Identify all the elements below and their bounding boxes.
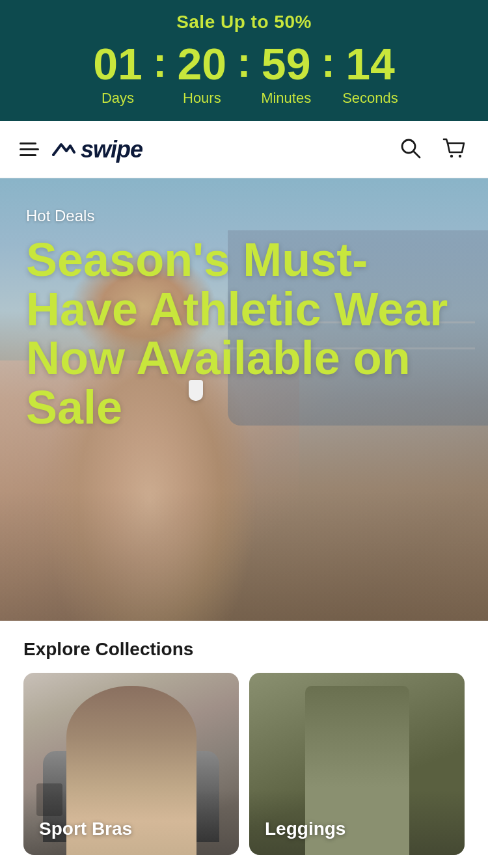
leggings-label: Leggings	[265, 819, 346, 839]
logo-text: swipe	[81, 136, 142, 163]
svg-point-2	[450, 155, 453, 157]
svg-point-0	[402, 140, 415, 153]
hours-value: 20	[178, 42, 227, 86]
svg-line-1	[414, 152, 420, 157]
logo-link[interactable]: swipe	[52, 136, 142, 163]
countdown: 01 Days : 20 Hours : 59 Minutes : 14 Sec…	[13, 42, 475, 107]
nav-header: swipe	[0, 121, 488, 178]
hero-content: Hot Deals Season's Must-Have Athletic We…	[0, 178, 488, 621]
cart-button[interactable]	[440, 134, 468, 165]
separator-3: :	[319, 42, 338, 83]
collections-header: Explore Collections	[0, 621, 488, 673]
hamburger-menu[interactable]	[20, 142, 39, 156]
cart-icon	[442, 137, 466, 160]
minutes-label: Minutes	[261, 90, 311, 107]
countdown-hours: 20 Hours	[169, 42, 234, 107]
seconds-label: Seconds	[342, 90, 398, 107]
nav-left: swipe	[20, 136, 142, 163]
sale-title: Sale Up to 50%	[13, 12, 475, 33]
collections-grid: Sport Bras Leggings	[0, 673, 488, 868]
hero-section: Hot Deals Season's Must-Have Athletic We…	[0, 178, 488, 621]
collection-card-sport-bras[interactable]: Sport Bras	[23, 673, 239, 855]
logo-icon	[52, 141, 75, 159]
sport-bras-label: Sport Bras	[39, 819, 132, 839]
countdown-seconds: 14 Seconds	[338, 42, 403, 107]
hero-tag: Hot Deals	[26, 207, 462, 225]
hero-title: Season's Must-Have Athletic Wear Now Ava…	[26, 236, 455, 432]
countdown-days: 01 Days	[85, 42, 150, 107]
svg-point-3	[459, 155, 461, 157]
search-button[interactable]	[397, 135, 424, 164]
minutes-value: 59	[262, 42, 311, 86]
countdown-minutes: 59 Minutes	[254, 42, 319, 107]
sale-banner: Sale Up to 50% 01 Days : 20 Hours : 59 M…	[0, 0, 488, 121]
hamburger-line-3	[20, 154, 36, 156]
waistband	[318, 686, 396, 712]
separator-2: :	[234, 42, 253, 83]
hours-label: Hours	[183, 90, 221, 107]
leggings-stripe	[390, 712, 398, 855]
collection-card-leggings[interactable]: Leggings	[249, 673, 465, 855]
seconds-value: 14	[346, 42, 395, 86]
hamburger-line-2	[20, 148, 39, 150]
search-icon	[400, 137, 422, 159]
hamburger-line-1	[20, 142, 36, 144]
days-label: Days	[102, 90, 134, 107]
days-value: 01	[93, 42, 142, 86]
separator-1: :	[150, 42, 169, 83]
collections-section: Explore Collections Sport Bras	[0, 621, 488, 868]
nav-icons	[397, 134, 468, 165]
model-head	[92, 686, 170, 751]
